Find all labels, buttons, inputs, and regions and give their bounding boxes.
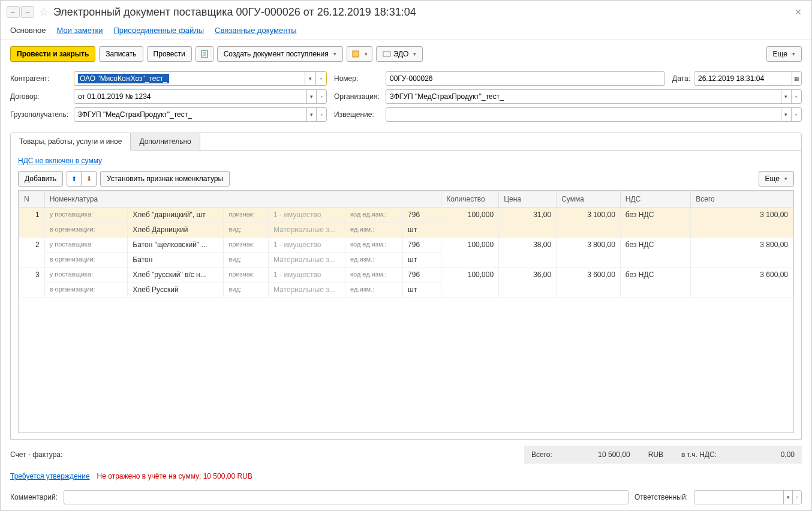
dropdown-icon[interactable]: ▾ (783, 491, 792, 504)
edo-button[interactable]: ЭДО (376, 46, 423, 62)
dropdown-icon[interactable]: ▾ (781, 90, 791, 103)
contract-label: Договор: (10, 92, 70, 101)
comment-label: Комментарий: (10, 493, 58, 501)
notice-label: Извещение: (334, 110, 382, 119)
post-button[interactable]: Провести (147, 46, 192, 62)
date-input[interactable]: ▦ (694, 71, 802, 86)
not-reflected-text: Не отражено в учёте на сумму: 10 500,00 … (97, 472, 252, 480)
table-more-button[interactable]: Еще (759, 171, 794, 187)
subtab-goods[interactable]: Товары, работы, услуги и иное (11, 133, 131, 151)
responsible-label: Ответственный: (634, 493, 688, 501)
open-icon[interactable]: ▫ (791, 90, 801, 103)
open-icon[interactable]: ▫ (316, 108, 326, 121)
move-up-button[interactable]: ⬆ (67, 172, 82, 186)
calendar-icon[interactable]: ▦ (792, 72, 801, 85)
tab-related[interactable]: Связанные документы (215, 26, 297, 35)
report-icon-button[interactable] (196, 46, 213, 62)
vat-mode-link[interactable]: НДС не включен в сумму (18, 157, 794, 165)
col-sum[interactable]: Сумма (557, 191, 621, 208)
set-nomenclature-attr-button[interactable]: Установить признак номенклатуры (100, 171, 230, 187)
col-vat[interactable]: НДС (620, 191, 690, 208)
responsible-input[interactable]: ▾ ▫ (694, 490, 802, 504)
open-icon[interactable]: ▫ (316, 90, 326, 103)
tab-notes[interactable]: Мои заметки (57, 26, 103, 35)
org-input[interactable]: ▾ ▫ (386, 89, 802, 104)
tab-main[interactable]: Основное (10, 26, 46, 35)
save-button[interactable]: Записать (99, 46, 143, 62)
number-label: Номер: (334, 74, 382, 83)
table-row[interactable]: 1 у поставщика:Хлеб "дарницкий", шт приз… (19, 208, 793, 223)
consignee-label: Грузополучатель: (10, 110, 70, 119)
number-input[interactable] (386, 71, 665, 86)
open-icon[interactable]: ▫ (315, 72, 326, 85)
nav-back-button[interactable]: ← (7, 6, 20, 18)
open-icon[interactable]: ▫ (791, 108, 801, 121)
edo-icon (383, 50, 391, 58)
add-row-button[interactable]: Добавить (18, 171, 63, 187)
document-icon (200, 50, 209, 58)
col-price[interactable]: Цена (499, 191, 557, 208)
clip-icon (351, 50, 360, 58)
more-button[interactable]: Еще (766, 46, 802, 62)
notice-input[interactable]: ▾ ▫ (386, 107, 802, 122)
svg-rect-4 (353, 51, 359, 57)
tab-files[interactable]: Присоединенные файлы (114, 26, 204, 35)
approval-link[interactable]: Требуется утверждение (10, 472, 90, 480)
counterparty-label: Контрагент: (10, 74, 70, 83)
close-icon[interactable]: ✕ (791, 7, 805, 17)
org-label: Организация: (334, 92, 382, 101)
contract-input[interactable]: ▾ ▫ (74, 89, 327, 104)
dropdown-icon[interactable]: ▾ (305, 72, 315, 85)
open-icon[interactable]: ▫ (792, 491, 801, 504)
nav-forward-button[interactable]: → (21, 6, 34, 18)
col-n[interactable]: N (19, 191, 45, 208)
totals-box: Всего: 10 500,00 RUB в т.ч. НДС: 0,00 (524, 446, 802, 464)
svg-rect-5 (383, 52, 390, 56)
table-row[interactable]: 2 у поставщика:Батон "щелковский" ... пр… (19, 238, 793, 253)
dropdown-icon[interactable]: ▾ (306, 90, 317, 103)
dropdown-icon[interactable]: ▾ (306, 108, 317, 121)
invoice-label: Счет - фактура: (10, 450, 62, 459)
page-title: Электронный документ поставщика 00ГУ-000… (53, 6, 786, 19)
counterparty-input[interactable]: ОАО "МясоКожХоз"_тест_ ▾ ▫ (74, 71, 327, 86)
col-nomenclature[interactable]: Номенклатура (44, 191, 441, 208)
consignee-input[interactable]: ▾ ▫ (74, 107, 327, 122)
col-total[interactable]: Всего (691, 191, 793, 208)
attach-icon-button[interactable] (347, 46, 372, 62)
col-qty[interactable]: Количество (441, 191, 499, 208)
table-row[interactable]: 3 у поставщика:Хлеб "русский" в/с н... п… (19, 267, 793, 282)
favorite-star-icon[interactable]: ☆ (39, 5, 49, 19)
subtab-extra[interactable]: Дополнительно (131, 133, 200, 150)
create-receipt-button[interactable]: Создать документ поступления (217, 46, 343, 62)
comment-input[interactable] (64, 490, 628, 504)
date-label: Дата: (672, 74, 690, 83)
move-down-button[interactable]: ⬇ (82, 172, 96, 186)
post-and-close-button[interactable]: Провести и закрыть (10, 46, 95, 62)
dropdown-icon[interactable]: ▾ (781, 108, 791, 121)
